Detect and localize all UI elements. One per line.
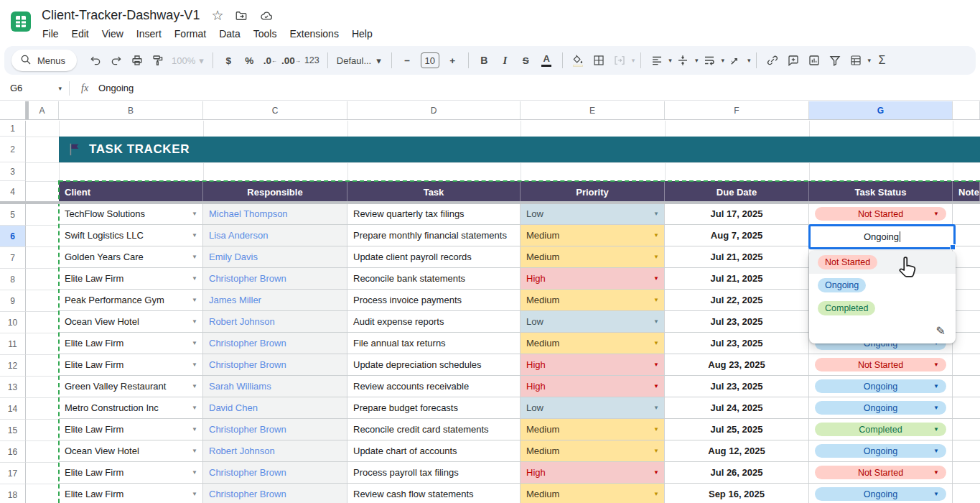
responsible-cell[interactable]: Lisa Anderson [203,225,347,246]
client-cell[interactable]: Elite Law Firm▼ [59,268,203,289]
paint-format-button[interactable] [148,51,167,70]
move-folder-icon[interactable] [235,9,248,22]
font-size-input[interactable]: 10 [421,52,439,68]
chevron-down-icon[interactable]: ▾ [695,57,699,64]
responsible-cell[interactable]: Christopher Brown [203,484,347,503]
priority-cell[interactable]: Low▼ [521,397,665,418]
responsible-cell[interactable]: Christopher Brown [203,354,347,375]
due-date-cell[interactable]: Jul 26, 2025 [665,462,809,483]
row-header-17[interactable]: 17 [0,463,26,484]
status-badge[interactable]: Ongoing▼ [815,401,946,415]
due-date-cell[interactable]: Jul 21, 2025 [665,246,809,267]
table-views-button[interactable] [846,51,865,70]
client-cell[interactable]: Green Valley Restaurant▼ [59,376,203,397]
notes-cell[interactable] [953,440,980,461]
functions-button[interactable]: Σ [872,51,892,70]
header-task[interactable]: Task [347,181,521,203]
client-cell[interactable]: Peak Performance Gym▼ [59,290,203,310]
header-due-date[interactable]: Due Date [665,181,809,203]
dropdown-arrow-icon[interactable]: ▼ [933,426,939,433]
chevron-down-icon[interactable]: ▾ [867,57,871,64]
dropdown-arrow-icon[interactable]: ▼ [653,361,659,368]
dropdown-option-ongoing[interactable]: Ongoing [809,274,956,297]
responsible-cell[interactable]: David Chen [203,397,347,418]
column-header-E[interactable]: E [521,101,665,119]
priority-cell[interactable]: High▼ [521,354,665,375]
responsible-cell[interactable]: Christopher Brown [203,462,347,483]
row-header-7[interactable]: 7 [0,247,26,269]
insert-comment-button[interactable] [783,51,803,70]
due-date-cell[interactable]: Jul 25, 2025 [665,419,809,440]
priority-cell[interactable]: Low▼ [521,311,665,332]
status-badge[interactable]: Completed▼ [815,423,946,436]
due-date-cell[interactable]: Aug 23, 2025 [665,354,809,375]
dropdown-arrow-icon[interactable]: ▼ [192,318,197,325]
task-cell[interactable]: Process payroll tax filings [347,462,521,483]
menu-data[interactable]: Data [213,26,247,42]
status-cell[interactable]: Ongoing▼ [809,484,953,503]
dropdown-arrow-icon[interactable]: ▼ [933,491,939,497]
dropdown-arrow-icon[interactable]: ▼ [653,340,659,346]
due-date-cell[interactable]: Jul 24, 2025 [665,397,809,418]
column-header-G[interactable]: G [809,101,953,119]
notes-cell[interactable] [953,333,980,354]
undo-button[interactable] [85,51,105,70]
insert-link-button[interactable] [762,51,782,70]
dropdown-arrow-icon[interactable]: ▼ [933,361,939,368]
client-cell[interactable]: Metro Construction Inc▼ [59,397,203,418]
dropdown-arrow-icon[interactable]: ▼ [653,426,659,433]
priority-cell[interactable]: Medium▼ [521,419,665,440]
chevron-down-icon[interactable]: ▾ [721,57,724,64]
responsible-cell[interactable]: Emily Davis [203,246,347,267]
chevron-down-icon[interactable]: ▾ [747,57,751,64]
select-all-corner[interactable] [0,101,26,119]
menu-format[interactable]: Format [168,26,213,42]
responsible-cell[interactable]: Christopher Brown [203,419,347,440]
dropdown-arrow-icon[interactable]: ▼ [653,254,659,260]
dropdown-arrow-icon[interactable]: ▼ [653,297,659,303]
task-cell[interactable]: Prepare budget forecasts [347,397,521,418]
status-cell[interactable]: Ongoing▼ [809,397,953,418]
dropdown-arrow-icon[interactable]: ▼ [192,469,197,476]
increase-decimal-button[interactable]: .00→ [281,51,301,70]
status-badge[interactable]: Not Started▼ [815,207,946,221]
bold-button[interactable]: B [475,51,494,70]
task-cell[interactable]: Update client payroll records [347,246,521,267]
dropdown-arrow-icon[interactable]: ▼ [192,340,197,346]
due-date-cell[interactable]: Aug 12, 2025 [665,440,809,461]
priority-cell[interactable]: Medium▼ [521,246,665,267]
italic-button[interactable]: I [495,51,515,70]
row-header-3[interactable]: 3 [0,162,26,181]
text-wrap-button[interactable] [699,51,719,70]
status-badge[interactable]: Ongoing▼ [815,444,946,458]
redo-button[interactable] [106,51,126,70]
status-cell[interactable]: Not Started▼ [809,203,953,224]
insert-chart-button[interactable] [804,51,823,70]
priority-cell[interactable]: Medium▼ [521,225,665,246]
dropdown-arrow-icon[interactable]: ▼ [192,426,197,433]
status-cell[interactable]: Ongoing▼ [809,376,953,397]
client-cell[interactable]: Elite Law Firm▼ [59,462,203,483]
dropdown-arrow-icon[interactable]: ▼ [653,469,659,476]
menu-insert[interactable]: Insert [130,26,168,42]
responsible-cell[interactable]: James Miller [203,290,347,310]
row-header-16[interactable]: 16 [0,441,26,463]
priority-cell[interactable]: Medium▼ [521,484,665,503]
format-currency-button[interactable]: $ [219,51,238,70]
dropdown-arrow-icon[interactable]: ▼ [192,254,197,260]
priority-cell[interactable]: High▼ [521,376,665,397]
status-cell[interactable]: Ongoing▼ [809,440,953,461]
status-badge[interactable]: Ongoing▼ [815,487,946,501]
star-icon[interactable]: ☆ [211,9,223,22]
row-header-1[interactable]: 1 [0,121,26,137]
formula-input[interactable]: Ongoing [98,83,134,93]
name-box[interactable]: G6 ▾ [0,83,69,93]
priority-cell[interactable]: Medium▼ [521,333,665,354]
row-header-13[interactable]: 13 [0,377,26,398]
sheets-logo-icon[interactable] [10,11,32,32]
priority-cell[interactable]: High▼ [521,462,665,483]
row-header-15[interactable]: 15 [0,420,26,441]
notes-cell[interactable] [953,268,980,289]
notes-cell[interactable] [953,246,980,267]
dropdown-arrow-icon[interactable]: ▼ [933,405,939,411]
